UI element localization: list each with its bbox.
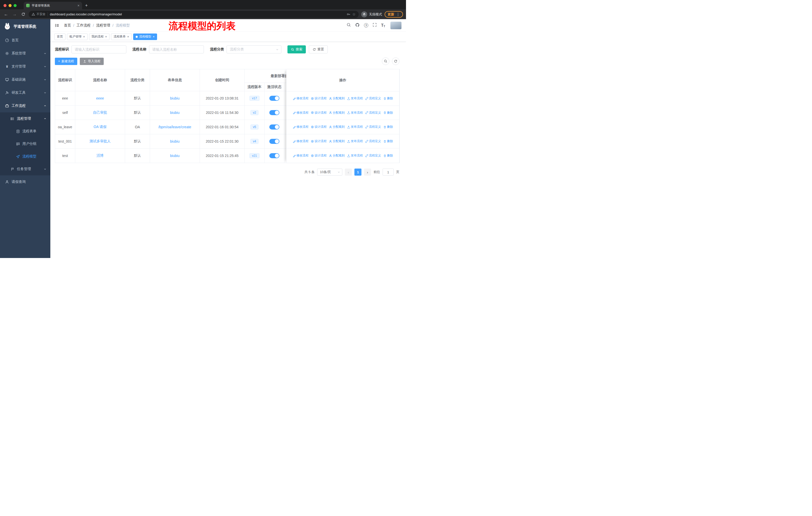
next-page-button[interactable]: › (364, 168, 371, 175)
close-icon[interactable]: × (83, 35, 85, 38)
search-button[interactable]: 搜索 (287, 45, 306, 53)
edit-process-link[interactable]: 修改流程 (293, 154, 309, 158)
delete-process-link[interactable]: 删除 (383, 139, 393, 143)
edit-process-link[interactable]: 修改流程 (293, 111, 309, 115)
assign-rule-link[interactable]: 分配规则 (329, 96, 345, 101)
font-size-icon[interactable]: TT (381, 23, 385, 28)
toggle-search-button[interactable] (382, 57, 389, 65)
bookmark-star-icon[interactable]: ☆ (352, 12, 356, 17)
publish-process-link[interactable]: 发布流程 (347, 125, 363, 129)
sidebar-item-workflow[interactable]: 工作流程 (0, 99, 50, 112)
process-definition-link[interactable]: 流程定义 (365, 154, 381, 158)
create-process-button[interactable]: + 新建流程 (55, 58, 77, 65)
form-info-link[interactable]: biubiu (170, 139, 179, 143)
design-process-link[interactable]: 设计流程 (311, 111, 327, 115)
github-icon[interactable] (355, 23, 360, 28)
browser-update-button[interactable]: 更新 ⋮ (385, 11, 403, 18)
process-definition-link[interactable]: 流程定义 (365, 111, 381, 115)
assign-rule-link[interactable]: 分配规则 (329, 154, 345, 158)
breadcrumb-process-management[interactable]: 流程管理 (96, 23, 110, 28)
active-toggle[interactable] (269, 125, 280, 130)
tag-my-process[interactable]: 我的流程 × (89, 33, 110, 40)
process-name-link[interactable]: 自己审批 (93, 110, 107, 114)
process-definition-link[interactable]: 流程定义 (365, 139, 381, 143)
browser-menu-icon[interactable]: ⋮ (396, 12, 400, 17)
help-icon[interactable]: ? (364, 23, 368, 27)
sidebar-item-payment[interactable]: ¥ 支付管理 (0, 60, 50, 73)
active-toggle[interactable] (269, 153, 280, 158)
version-badge[interactable]: v4 (251, 139, 259, 144)
process-name-link[interactable]: OA 请假 (94, 125, 107, 129)
page-size-select[interactable]: 10条/页 (317, 168, 342, 175)
delete-process-link[interactable]: 删除 (383, 154, 393, 158)
design-process-link[interactable]: 设计流程 (311, 139, 327, 143)
sidebar-item-process-form[interactable]: 流程表单 (0, 125, 50, 138)
sidebar-item-system[interactable]: 系统管理 (0, 47, 50, 60)
sidebar-item-task-management[interactable]: 任务管理 (0, 163, 50, 175)
process-name-link[interactable]: 测试多审批人 (90, 139, 111, 143)
version-badge[interactable]: v17 (250, 96, 259, 101)
tag-process-model[interactable]: 流程模型 × (133, 33, 157, 40)
publish-process-link[interactable]: 发布流程 (347, 154, 363, 158)
form-info-link[interactable]: biubiu (170, 111, 179, 115)
search-icon[interactable] (347, 23, 351, 28)
sidebar-item-leave-query[interactable]: 请假查询 (0, 175, 50, 188)
sidebar-fold-icon[interactable] (55, 23, 59, 28)
process-definition-link[interactable]: 流程定义 (365, 96, 381, 101)
edit-process-link[interactable]: 修改流程 (293, 125, 309, 129)
design-process-link[interactable]: 设计流程 (311, 154, 327, 158)
delete-process-link[interactable]: 删除 (383, 96, 393, 101)
assign-rule-link[interactable]: 分配规则 (329, 139, 345, 143)
form-info-link[interactable]: /bpm/oa/leave/create (158, 125, 191, 129)
sidebar-item-process-management[interactable]: 流程管理 (0, 112, 50, 125)
sidebar-item-process-model[interactable]: 流程模型 (0, 150, 50, 163)
prev-page-button[interactable]: ‹ (345, 168, 352, 175)
sidebar-item-home[interactable]: 首页 (0, 34, 50, 47)
forward-button[interactable]: → (11, 12, 18, 17)
browser-tab[interactable]: 芋道管理系统 × (24, 2, 82, 9)
sidebar-item-infrastructure[interactable]: 基础设施 (0, 73, 50, 86)
user-avatar[interactable] (390, 22, 402, 29)
publish-process-link[interactable]: 发布流程 (347, 139, 363, 143)
close-icon[interactable]: × (105, 35, 107, 38)
delete-process-link[interactable]: 删除 (383, 125, 393, 129)
fullscreen-icon[interactable] (373, 23, 377, 28)
process-name-link[interactable]: eeee (96, 96, 104, 100)
process-definition-link[interactable]: 流程定义 (365, 125, 381, 129)
active-toggle[interactable] (269, 96, 280, 101)
active-toggle[interactable] (269, 139, 280, 144)
edit-process-link[interactable]: 修改流程 (293, 96, 309, 101)
new-tab-button[interactable]: + (82, 3, 91, 9)
close-window-button[interactable] (3, 4, 6, 7)
assign-rule-link[interactable]: 分配规则 (329, 111, 345, 115)
sidebar-item-devtools[interactable]: 研发工具 (0, 86, 50, 99)
security-chip[interactable]: 不安全 (32, 12, 48, 17)
tag-tenant-management[interactable]: 租户管理 × (67, 33, 88, 40)
page-1-button[interactable]: 1 (354, 168, 361, 175)
import-process-button[interactable]: 导入流程 (80, 58, 104, 65)
back-button[interactable]: ← (3, 12, 9, 17)
design-process-link[interactable]: 设计流程 (311, 125, 327, 129)
process-id-input[interactable] (71, 45, 126, 53)
address-bar[interactable]: 不安全 dashboard.yudao.iocoder.cn/bpm/manag… (29, 11, 359, 18)
publish-process-link[interactable]: 发布流程 (347, 111, 363, 115)
process-name-link[interactable]: 滔博 (97, 154, 104, 158)
tag-process-form[interactable]: 流程表单 × (111, 33, 132, 40)
form-info-link[interactable]: biubiu (170, 96, 179, 100)
delete-process-link[interactable]: 删除 (383, 111, 393, 115)
tab-close-icon[interactable]: × (78, 3, 80, 7)
version-badge[interactable]: v5 (251, 125, 259, 130)
assign-rule-link[interactable]: 分配规则 (329, 125, 345, 129)
zoom-window-button[interactable] (13, 4, 17, 7)
sidebar-item-user-group[interactable]: 用户分组 (0, 138, 50, 150)
version-badge[interactable]: v21 (250, 153, 259, 158)
close-icon[interactable]: × (127, 35, 129, 38)
edit-process-link[interactable]: 修改流程 (293, 139, 309, 143)
process-name-input[interactable] (149, 45, 204, 53)
refresh-table-button[interactable] (392, 57, 400, 65)
version-badge[interactable]: v2 (251, 110, 259, 115)
process-category-select[interactable]: 流程分类 (227, 45, 282, 53)
breadcrumb-workflow[interactable]: 工作流程 (77, 23, 91, 28)
reset-button[interactable]: 重置 (309, 45, 328, 53)
tag-home[interactable]: 首页 (54, 33, 65, 40)
